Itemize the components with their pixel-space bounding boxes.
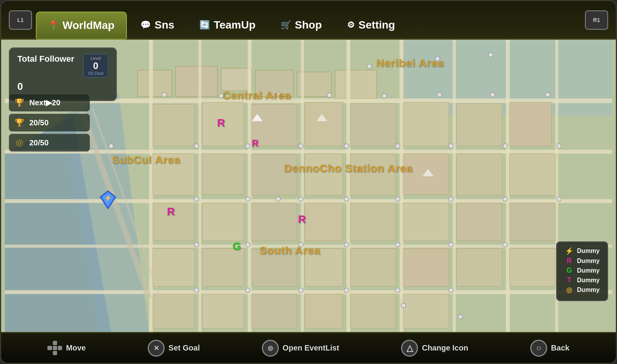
svg-rect-20 [400, 40, 403, 332]
svg-rect-53 [403, 248, 449, 286]
svg-point-104 [344, 288, 349, 293]
svg-rect-34 [251, 154, 297, 195]
svg-rect-51 [305, 248, 342, 286]
svg-rect-55 [510, 248, 555, 286]
nav-tab-setting[interactable]: ⚙Setting [335, 12, 407, 39]
svg-rect-22 [506, 40, 510, 332]
change-icon-action[interactable]: △ Change Icon [401, 340, 468, 357]
svg-rect-59 [305, 294, 342, 329]
svg-rect-5 [175, 66, 217, 97]
svg-point-65 [219, 94, 224, 98]
svg-rect-31 [510, 102, 551, 146]
svg-rect-54 [457, 248, 502, 286]
svg-rect-60 [350, 294, 396, 329]
open-eventlist-action[interactable]: ◎ Open EventList [262, 340, 339, 357]
level-num: 0 [88, 61, 103, 71]
stat-text-2: 20/50 [29, 138, 49, 147]
back-action[interactable]: ○ Back [530, 340, 570, 357]
legend-items: ⚡DummyRDummyGDummyTDummy◎Dummy [565, 247, 600, 294]
svg-point-71 [437, 93, 442, 97]
nav-tab-worldmap[interactable]: 📍WorldMap [36, 12, 127, 39]
open-eventlist-label: Open EventList [283, 344, 339, 352]
svg-point-76 [194, 144, 199, 148]
svg-rect-43 [305, 203, 342, 241]
svg-point-81 [448, 144, 453, 148]
ss-clout-label: SS Clout [88, 71, 103, 76]
stat-icon-0: 🏆 [13, 96, 25, 109]
svg-rect-29 [403, 102, 449, 146]
legend-panel: ⚡DummyRDummyGDummyTDummy◎Dummy [556, 241, 608, 301]
svg-point-67 [327, 93, 332, 98]
svg-rect-57 [202, 294, 244, 329]
svg-point-66 [276, 92, 280, 97]
svg-rect-16 [199, 40, 202, 332]
nav-tab-icon-setting: ⚙ [347, 20, 355, 30]
svg-rect-30 [457, 103, 502, 146]
stats-area: 🏆 Next▶20 🏆 20/50 ◎ 20/50 [9, 94, 90, 152]
map-marker-g1: G [233, 240, 241, 253]
set-goal-action[interactable]: ✕ Set Goal [148, 340, 200, 357]
nav-tab-label-teamup: TeamUp [214, 19, 255, 31]
svg-point-87 [298, 197, 303, 202]
svg-rect-45 [403, 203, 449, 241]
svg-point-83 [557, 144, 561, 148]
svg-point-102 [246, 288, 250, 293]
legend-item-4: ◎Dummy [565, 286, 600, 294]
svg-rect-13 [5, 245, 612, 248]
svg-point-95 [298, 243, 303, 247]
svg-point-70 [435, 56, 440, 61]
svg-rect-7 [255, 70, 293, 97]
level-badge: Level 0 SS Clout [83, 54, 108, 78]
stat-icon-1: 🏆 [13, 116, 25, 129]
r1-button[interactable]: R1 [585, 10, 608, 30]
nav-tab-shop[interactable]: 🛒Shop [269, 12, 334, 39]
nav-tab-icon-shop: 🛒 [281, 20, 291, 30]
follower-header: Total Follower Level 0 SS Clout [17, 54, 108, 78]
svg-rect-56 [153, 294, 194, 329]
legend-label-4: Dummy [577, 286, 600, 293]
legend-icon-1: R [565, 257, 574, 265]
svg-rect-27 [305, 102, 342, 146]
svg-rect-32 [153, 153, 194, 195]
stat-row-0: 🏆 Next▶20 [9, 94, 90, 111]
legend-label-1: Dummy [577, 258, 600, 265]
move-action[interactable]: Move [47, 341, 86, 356]
svg-point-78 [298, 144, 303, 148]
svg-rect-4 [138, 70, 172, 97]
legend-icon-0: ⚡ [565, 247, 574, 255]
nav-tab-icon-worldmap: 📍 [48, 20, 59, 30]
change-icon-label: Change Icon [422, 344, 468, 352]
nav-tab-teamup[interactable]: 🔄TeamUp [188, 12, 267, 39]
stat-icon-2: ◎ [13, 136, 25, 149]
legend-label-0: Dummy [577, 248, 600, 254]
svg-point-106 [448, 288, 453, 293]
svg-point-93 [194, 243, 199, 247]
svg-point-96 [344, 243, 349, 247]
nav-tabs: 📍WorldMap💬Sns🔄TeamUp🛒Shop⚙Setting [36, 1, 406, 39]
svg-rect-33 [202, 153, 244, 194]
player-marker: ⚡ [99, 190, 116, 211]
svg-rect-15 [149, 40, 153, 332]
x-button: ✕ [148, 340, 165, 357]
svg-rect-36 [350, 153, 396, 195]
nav-tab-sns[interactable]: 💬Sns [129, 12, 186, 39]
nav-tab-label-shop: Shop [295, 19, 322, 31]
follower-count: 0 [17, 81, 108, 93]
svg-rect-61 [403, 294, 449, 329]
follower-panel: Total Follower Level 0 SS Clout 0 [9, 47, 117, 101]
svg-point-69 [382, 94, 387, 98]
svg-point-98 [448, 243, 453, 247]
svg-point-74 [545, 93, 550, 97]
legend-label-2: Dummy [577, 267, 600, 274]
legend-icon-3: T [565, 276, 574, 284]
legend-item-2: GDummy [565, 266, 600, 275]
svg-point-64 [162, 93, 167, 97]
svg-point-97 [395, 243, 400, 247]
svg-rect-47 [510, 203, 555, 241]
svg-rect-39 [510, 153, 555, 195]
circle-btn: ◎ [262, 340, 279, 357]
app-frame: L1 📍WorldMap💬Sns🔄TeamUp🛒Shop⚙Setting R1 [0, 0, 617, 364]
svg-rect-46 [457, 203, 502, 241]
svg-point-82 [503, 144, 507, 148]
l1-button[interactable]: L1 [9, 10, 32, 30]
